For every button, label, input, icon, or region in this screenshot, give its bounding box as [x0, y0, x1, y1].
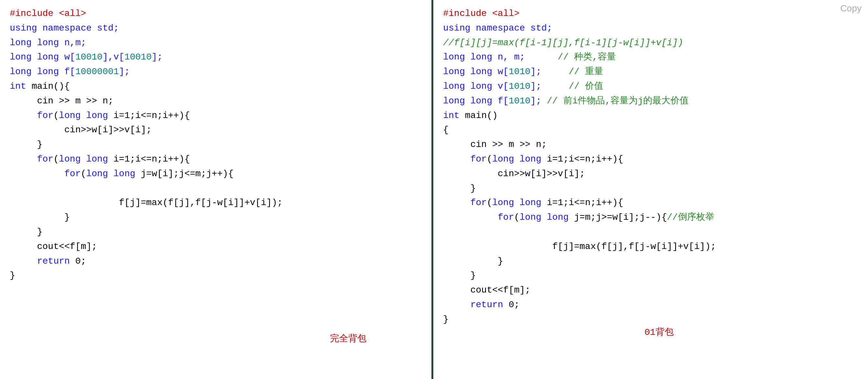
left-panel: #include <all> using namespace std; long…	[0, 0, 433, 379]
right-panel: Copy #include <all> using namespace std;…	[433, 0, 868, 379]
comment1-right: //f[i][j]=max(f[i-1][j],f[i-1][j-w[i]]+v…	[443, 38, 683, 48]
closemain-left: }	[10, 270, 15, 281]
for1-left: for(long long i=1;i<=n;i++){	[10, 111, 190, 121]
longlong-wv-left: long long w[10010],v[10010];	[10, 52, 163, 62]
longlong-f-right: long long f[1010]; // 前i件物品,容量为j的最大价值	[443, 96, 689, 106]
cin-wv-right: cin>>w[i]>>v[i];	[443, 169, 585, 179]
cin-wv-left: cin>>w[i]>>v[i];	[10, 125, 152, 135]
longlong-f-left: long long f[10000001];	[10, 67, 130, 77]
using-right: using namespace std;	[443, 23, 552, 33]
for2-right: for(long long i=1;i<=n;i++){	[443, 198, 623, 208]
longlong-nm-right: long long n, m; // 种类,容量	[443, 52, 616, 62]
cout-right: cout<<f[m];	[443, 285, 530, 295]
close2-right: }	[443, 256, 503, 266]
cin-right: cin >> m >> n;	[443, 140, 547, 149]
for3-right: for(long long j=m;j>=w[i];j--){//倒序枚举	[443, 212, 714, 222]
main-container: #include <all> using namespace std; long…	[0, 0, 868, 379]
close1-left: }	[10, 140, 42, 149]
left-label: 完全背包	[330, 332, 366, 347]
for1-right: for(long long i=1;i<=n;i++){	[443, 154, 623, 164]
for2-left: for(long long i=1;i<=n;i++){	[10, 154, 190, 164]
fj-left: f[j]=max(f[j],f[j-w[i]]+v[i]);	[10, 198, 283, 208]
longlong-nm-left: long long n,m;	[10, 38, 86, 48]
int-main-right: int main()	[443, 111, 498, 121]
cout-left: cout<<f[m];	[10, 241, 97, 252]
include-right: #include <all>	[443, 8, 520, 19]
right-code-block: #include <all> using namespace std; //f[…	[443, 6, 855, 327]
return-left: return 0;	[10, 256, 86, 266]
longlong-v-right: long long v[1010]; // 价值	[443, 81, 603, 91]
cin-left: cin >> m >> n;	[10, 96, 113, 106]
copy-button[interactable]: Copy	[840, 3, 862, 13]
for3-left: for(long long j=w[i];j<=m;j++){	[10, 169, 234, 179]
fj-right: f[j]=max(f[j],f[j-w[i]]+v[i]);	[443, 241, 716, 252]
open-brace-right: {	[443, 125, 448, 135]
close1-right: }	[443, 183, 476, 194]
left-code-block: #include <all> using namespace std; long…	[10, 6, 422, 283]
close3-left: }	[10, 227, 42, 237]
longlong-w-right: long long w[1010]; // 重量	[443, 67, 603, 77]
closemain-right: }	[443, 314, 448, 324]
using-left: using namespace std;	[10, 23, 119, 33]
close3-right: }	[443, 270, 476, 281]
return-right: return 0;	[443, 300, 520, 310]
close2-left: }	[10, 212, 70, 222]
int-main-left: int main(){	[10, 81, 70, 91]
include-left: #include <all>	[10, 8, 86, 19]
right-label: 01背包	[645, 325, 674, 340]
